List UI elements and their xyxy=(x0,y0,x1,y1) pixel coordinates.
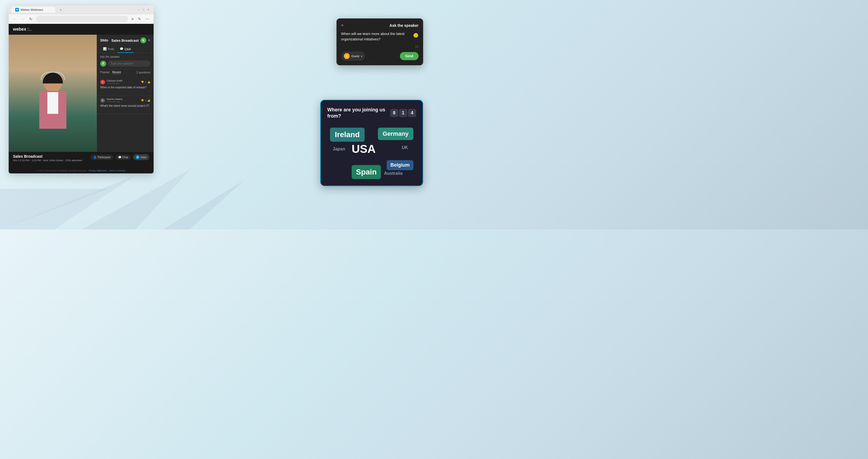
event-title: Sales Broadcast xyxy=(13,154,82,158)
question-time: 2 minutes ago xyxy=(107,100,122,103)
copyright-text: © 2022 Cisco and/or its affiliates. All … xyxy=(37,170,87,172)
svg-marker-3 xyxy=(162,181,244,230)
ask-speaker-panel: × Ask the speaker When will we learn mor… xyxy=(337,19,423,65)
refresh-button[interactable]: ↻ xyxy=(28,16,34,22)
browser-tab[interactable]: W Webex Webinars xyxy=(12,7,55,13)
participant-icon: 👤 xyxy=(93,156,96,159)
popular-filter-tab[interactable]: Popular xyxy=(100,71,110,74)
slido-header: Slido Sales Broadcast B × 📊 Polls 💬 xyxy=(97,35,154,53)
webex-logo-text: webex xyxy=(13,27,26,32)
thumbup-icon[interactable]: 👍 xyxy=(147,99,150,102)
question-header: D Darren Owens 2 minutes ago 👎 0 👍 xyxy=(100,98,150,103)
slido-button[interactable]: S Slido xyxy=(133,154,149,160)
video-area xyxy=(9,35,97,152)
ask-panel-close-button[interactable]: × xyxy=(341,23,343,28)
thumbup-icon[interactable]: 👍 xyxy=(147,81,150,84)
uk-word[interactable]: UK xyxy=(402,145,408,150)
question-author-name: Darren Owens xyxy=(107,98,122,100)
slido-polls-tab[interactable]: 📊 Polls xyxy=(100,45,117,53)
question-time: 1 minute ago xyxy=(107,82,122,85)
user-input-avatar: B xyxy=(100,61,106,67)
question-more-button[interactable]: ··· xyxy=(100,89,150,93)
spain-word[interactable]: Spain xyxy=(352,165,381,179)
question-input-row: B xyxy=(97,59,154,69)
slido-qa-tab[interactable]: 💬 Q&A xyxy=(117,45,133,53)
terms-of-service-link[interactable]: Terms of Service xyxy=(109,170,125,172)
ask-panel-title: Ask the speaker xyxy=(390,23,418,28)
polls-icon: 📊 xyxy=(103,47,107,51)
slido-brand: Slido xyxy=(100,38,108,42)
webex-bottom-bar: Sales Broadcast Nov 3 2:15 PM – 3:15 PM … xyxy=(9,152,154,174)
chat-label: Chat xyxy=(122,156,128,159)
event-info-row: Sales Broadcast Nov 3 2:15 PM – 3:15 PM … xyxy=(13,154,149,162)
thumbdown-icon[interactable]: 👎 xyxy=(141,81,144,84)
browser-titlebar: W Webex Webinars + − □ × xyxy=(9,5,154,14)
slido-event-name: Sales Broadcast xyxy=(111,38,139,42)
hamburger-menu-icon[interactable]: ≡ xyxy=(130,16,135,22)
slido-panel: Slido Sales Broadcast B × 📊 Polls 💬 xyxy=(97,35,154,152)
usa-word[interactable]: USA xyxy=(352,143,376,156)
question-more-button[interactable]: ··· xyxy=(100,108,150,112)
recent-filter-tab[interactable]: Recent xyxy=(112,71,121,74)
questions-list: C Clarissa Smith 1 minute ago 👎 0 👍 xyxy=(97,75,154,152)
webex-header: webex by cisco xyxy=(9,24,154,35)
location-panel-header: Where are you joining us from? 8 1 4 xyxy=(327,107,416,120)
vote-count: 0 xyxy=(145,81,146,84)
slido-user-avatar: B xyxy=(140,37,146,43)
belgium-word[interactable]: Belgium xyxy=(386,160,413,170)
question-author-avatar: D xyxy=(100,98,105,103)
slido-button-label: Slido xyxy=(141,156,147,159)
participant-button[interactable]: 👤 Participant xyxy=(91,155,113,160)
participant-label: Participant xyxy=(97,156,110,159)
close-button[interactable]: × xyxy=(147,8,150,11)
filter-row: Popular Recent 2 questions xyxy=(97,69,154,75)
australia-word[interactable]: Australia xyxy=(384,171,403,176)
question-text: When is the expected date of release? xyxy=(100,86,150,89)
ireland-word[interactable]: Ireland xyxy=(330,128,365,142)
count-digit-3: 4 xyxy=(408,109,416,117)
send-button[interactable]: Send xyxy=(400,52,418,60)
slido-button-icon: S xyxy=(136,155,140,159)
user-selector[interactable]: G Guest ▾ xyxy=(341,52,365,61)
slido-close-button[interactable]: × xyxy=(148,38,150,43)
more-options-icon[interactable]: ⋯ xyxy=(145,16,150,22)
forward-button[interactable]: → xyxy=(20,16,26,22)
video-placeholder xyxy=(9,35,97,152)
thumbdown-icon[interactable]: 👎 xyxy=(141,99,144,102)
new-tab-button[interactable]: + xyxy=(57,6,64,13)
svg-marker-1 xyxy=(0,175,135,230)
chat-icon: 💬 xyxy=(118,156,121,159)
browser-navbar: ← → ↻ ≡ ✎ ⋯ xyxy=(9,14,154,24)
qa-tab-label: Q&A xyxy=(125,48,131,51)
footer: © 2022 Cisco and/or its affiliates. All … xyxy=(13,170,149,172)
chat-button[interactable]: 💬 Chat xyxy=(116,155,131,160)
privacy-statement-link[interactable]: Privacy Statement xyxy=(89,170,106,172)
svg-marker-0 xyxy=(0,189,108,230)
japan-word[interactable]: Japan xyxy=(333,147,345,151)
emoji-button[interactable]: 🙂 xyxy=(413,33,418,38)
question-votes: 👎 0 👍 xyxy=(141,81,150,84)
question-author-name: Clarissa Smith xyxy=(107,80,122,82)
chevron-down-icon: ▾ xyxy=(361,55,362,58)
question-author-avatar: C xyxy=(100,80,105,85)
bottom-controls: 👤 Participant 💬 Chat S Slido xyxy=(91,154,149,160)
event-meta: Nov 3 2:15 PM – 3:15 PM · Host: Sofia Go… xyxy=(13,159,82,162)
maximize-button[interactable]: □ xyxy=(142,8,146,11)
browser-tab-title: Webex Webinars xyxy=(21,8,43,11)
minimize-button[interactable]: − xyxy=(137,8,141,11)
question-input[interactable] xyxy=(108,60,150,67)
question-item: C Clarissa Smith 1 minute ago 👎 0 👍 xyxy=(97,77,154,96)
slido-tabs: 📊 Polls 💬 Q&A xyxy=(100,45,150,53)
user-name: Guest xyxy=(351,55,359,58)
germany-word[interactable]: Germany xyxy=(378,128,413,140)
ask-panel-footer: G Guest ▾ Send xyxy=(341,52,418,61)
webex-logo: webex by cisco xyxy=(13,27,32,32)
back-button[interactable]: ← xyxy=(12,16,18,22)
question-item: D Darren Owens 2 minutes ago 👎 0 👍 xyxy=(97,96,154,114)
polls-tab-label: Polls xyxy=(108,48,114,51)
vote-counts: 8 1 4 xyxy=(390,109,416,117)
vote-count: 0 xyxy=(145,99,146,102)
edit-icon[interactable]: ✎ xyxy=(137,16,142,22)
window-controls: − □ × xyxy=(137,8,150,11)
word-cloud: Ireland Germany Japan USA UK Belgium Spa… xyxy=(327,125,416,179)
